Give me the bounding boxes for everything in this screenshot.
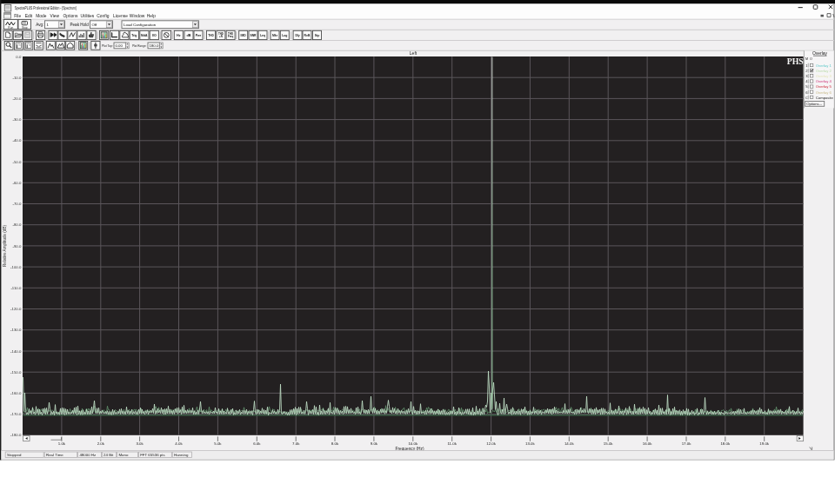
- svg-text:4.0k: 4.0k: [175, 441, 183, 446]
- svg-text:Avg:: Avg:: [36, 23, 43, 27]
- svg-text:Left: Left: [410, 50, 418, 56]
- svg-text:-70.0: -70.0: [13, 202, 22, 206]
- svg-text:Overlay 3: Overlay 3: [816, 74, 832, 78]
- svg-text:14.0k: 14.0k: [564, 441, 575, 446]
- svg-text:Overlay 4: Overlay 4: [816, 79, 832, 83]
- svg-text:Real Time: Real Time: [46, 453, 63, 457]
- svg-text:5.0k: 5.0k: [214, 441, 222, 446]
- svg-text:Stp: Stp: [315, 34, 319, 37]
- svg-text:-120.0: -120.0: [10, 307, 22, 311]
- svg-text:8.0k: 8.0k: [331, 441, 339, 446]
- svg-text:+N: +N: [219, 35, 223, 38]
- svg-text:Utilities: Utilities: [81, 14, 95, 18]
- svg-text:-90.0: -90.0: [13, 244, 22, 249]
- svg-text:-100.0: -100.0: [10, 265, 22, 269]
- svg-text:Config: Config: [97, 14, 109, 18]
- svg-text:Run: Run: [8, 26, 13, 30]
- svg-text:-50.0: -50.0: [13, 160, 22, 164]
- svg-text:6.0k: 6.0k: [253, 441, 261, 446]
- svg-text:Trig: Trig: [131, 34, 137, 37]
- svg-text:Overlay 2: Overlay 2: [816, 69, 832, 73]
- svg-text:Relative Amplitude (dB): Relative Amplitude (dB): [3, 225, 7, 267]
- svg-text:RvB: RvB: [304, 34, 311, 37]
- svg-text:13.0k: 13.0k: [525, 441, 536, 446]
- svg-text:24 Bit: 24 Bit: [104, 453, 114, 457]
- svg-text:Overlay 1: Overlay 1: [816, 63, 832, 68]
- svg-text:Window: Window: [130, 14, 145, 18]
- svg-text:Mono: Mono: [118, 453, 129, 457]
- svg-text:View: View: [50, 14, 60, 18]
- svg-text:Off: Off: [92, 23, 98, 27]
- svg-text:2.0k: 2.0k: [97, 441, 105, 446]
- svg-text:Plot Range:: Plot Range:: [132, 43, 146, 48]
- svg-text:18.0k: 18.0k: [720, 441, 731, 446]
- svg-text:Hz: Hz: [177, 34, 181, 37]
- svg-text:FFT 65536 pts: FFT 65536 pts: [140, 453, 165, 457]
- svg-text:License: License: [113, 14, 128, 18]
- svg-text:File: File: [14, 14, 21, 18]
- svg-text:-160.0: -160.0: [10, 391, 22, 395]
- svg-text:-150.0: -150.0: [10, 370, 22, 375]
- svg-text:I/O: I/O: [152, 34, 157, 37]
- svg-text:IMD: IMD: [241, 34, 247, 37]
- svg-text:PHS: PHS: [787, 56, 805, 66]
- svg-text:1.0k: 1.0k: [58, 441, 66, 446]
- svg-text:M: M: [805, 57, 808, 61]
- svg-text:Leq: Leq: [260, 34, 265, 37]
- svg-text:3.0k: 3.0k: [136, 441, 144, 446]
- svg-text:19.0k: 19.0k: [759, 441, 770, 446]
- svg-text:9.0k: 9.0k: [371, 441, 378, 446]
- svg-text:Edit: Edit: [25, 14, 33, 18]
- svg-text:Stopped: Stopped: [7, 453, 22, 457]
- svg-text:-170.0: -170.0: [10, 412, 22, 416]
- svg-text:-110.0: -110.0: [10, 286, 21, 290]
- svg-text:-10.0: -10.0: [13, 76, 22, 80]
- svg-text:Freq: Freq: [228, 35, 233, 38]
- svg-text:-140.0: -140.0: [10, 349, 22, 354]
- svg-text:Peak Hold: Peak Hold: [70, 23, 90, 27]
- svg-text:Log: Log: [282, 34, 287, 37]
- svg-text:10.0k: 10.0k: [408, 441, 418, 446]
- svg-text:Stop: Stop: [22, 26, 28, 30]
- svg-text:Frequency (Hz): Frequency (Hz): [395, 447, 424, 451]
- svg-text:dB: dB: [186, 34, 190, 37]
- svg-text:Hanning: Hanning: [174, 453, 189, 457]
- svg-text:-40.0: -40.0: [13, 138, 22, 143]
- svg-text:16.0k: 16.0k: [643, 441, 653, 446]
- svg-text:Help: Help: [147, 14, 156, 18]
- svg-text:Overlay 5: Overlay 5: [816, 84, 832, 89]
- svg-text:0.0: 0.0: [16, 55, 22, 59]
- svg-text:Options...: Options...: [806, 102, 822, 106]
- svg-text:Composite: Composite: [816, 96, 834, 100]
- svg-text:-30.0: -30.0: [13, 117, 22, 122]
- svg-text:O: O: [810, 57, 812, 61]
- svg-text:Overlay 6: Overlay 6: [816, 90, 832, 95]
- svg-text:180.0: 180.0: [149, 43, 159, 48]
- svg-text:-20.0: -20.0: [13, 96, 22, 101]
- svg-text:-180.0: -180.0: [10, 433, 22, 437]
- svg-text:SpectraPLUS Professional Editi: SpectraPLUS Professional Edition - [Spec…: [15, 6, 77, 10]
- svg-text:12.0k: 12.0k: [486, 441, 497, 446]
- svg-text:-80.0: -80.0: [13, 222, 22, 227]
- svg-text:Plot Top:: Plot Top:: [102, 43, 113, 48]
- svg-text:THD: THD: [208, 34, 214, 37]
- svg-text:11.0k: 11.0k: [447, 441, 457, 446]
- svg-text:17.0k: 17.0k: [682, 441, 692, 446]
- svg-text:Mkr: Mkr: [272, 34, 278, 37]
- svg-text:Options: Options: [63, 14, 78, 18]
- svg-text:Pwr: Pwr: [196, 34, 202, 37]
- svg-text:15.0k: 15.0k: [604, 441, 614, 446]
- svg-text:0.00: 0.00: [115, 43, 123, 48]
- svg-text:48000 Hz: 48000 Hz: [79, 453, 96, 457]
- svg-text:Dly: Dly: [295, 34, 299, 37]
- svg-text:SNR: SNR: [250, 34, 257, 37]
- svg-text:Overlay: Overlay: [812, 50, 828, 56]
- svg-text:Load Configuration: Load Configuration: [124, 23, 157, 27]
- svg-text:MdA: MdA: [141, 34, 148, 37]
- svg-text:Mode: Mode: [36, 14, 47, 18]
- svg-text:-130.0: -130.0: [10, 328, 22, 332]
- svg-text:C: C: [805, 96, 808, 100]
- svg-text:7.0k: 7.0k: [292, 441, 300, 446]
- svg-text:-60.0: -60.0: [13, 181, 22, 185]
